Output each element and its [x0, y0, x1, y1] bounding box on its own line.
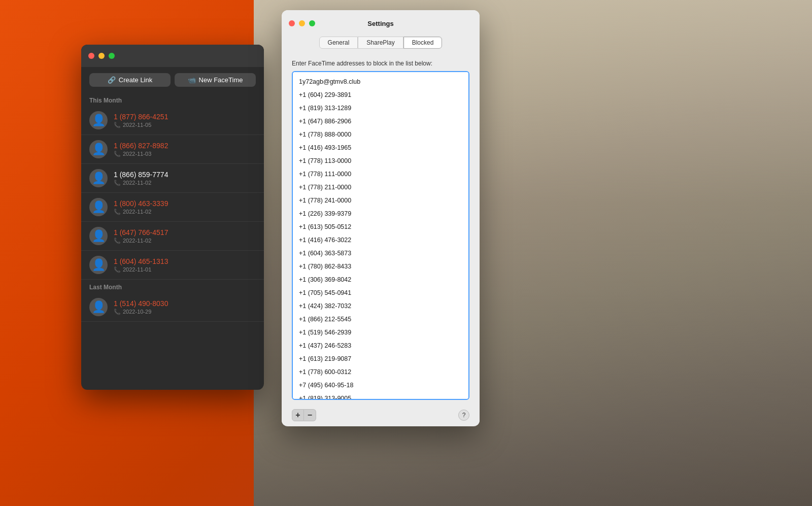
facetime-close-button[interactable]	[88, 53, 94, 59]
call-item[interactable]: 👤1 (877) 866-4251📞 2022-11-05	[81, 106, 264, 135]
phone-icon: 📞	[114, 266, 121, 273]
blocked-list-container[interactable]: 1y72agb@gtmv8.club+1 (604) 229-3891+1 (8…	[292, 71, 469, 400]
blocked-item[interactable]: +1 (778) 211-0000	[293, 181, 468, 194]
call-date: 📞 2022-11-05	[114, 122, 256, 128]
settings-traffic-lights	[289, 20, 315, 26]
settings-window: Settings GeneralSharePlayBlocked Enter F…	[282, 10, 480, 426]
blocked-item[interactable]: +1 (778) 888-0000	[293, 128, 468, 141]
section-label: Last Month	[81, 280, 264, 293]
call-info: 1 (800) 463-3339📞 2022-11-02	[114, 199, 256, 215]
person-icon: 👤	[92, 200, 106, 214]
footer-buttons: + −	[292, 409, 316, 421]
call-item[interactable]: 👤1 (866) 827-8982📞 2022-11-03	[81, 135, 264, 164]
call-info: 1 (647) 766-4517📞 2022-11-02	[114, 228, 256, 244]
settings-tabs: GeneralSharePlayBlocked	[282, 37, 480, 55]
call-date: 📞 2022-11-01	[114, 266, 256, 273]
remove-blocked-button[interactable]: −	[304, 409, 316, 421]
tab-blocked[interactable]: Blocked	[403, 37, 443, 49]
avatar: 👤	[89, 256, 108, 274]
blocked-item[interactable]: +1 (705) 545-0941	[293, 286, 468, 299]
avatar: 👤	[89, 140, 108, 158]
settings-title: Settings	[367, 20, 393, 27]
settings-body: Enter FaceTime addresses to block in the…	[282, 55, 480, 405]
new-facetime-label: New FaceTime	[199, 76, 243, 84]
blocked-item[interactable]: +1 (866) 212-5545	[293, 313, 468, 326]
blocked-item[interactable]: +1 (778) 600-0312	[293, 365, 468, 379]
call-date: 📞 2022-11-02	[114, 180, 256, 186]
call-date: 📞 2022-11-02	[114, 209, 256, 215]
call-number: 1 (514) 490-8030	[114, 299, 256, 308]
blocked-item[interactable]: +7 (495) 640-95-18	[293, 379, 468, 392]
blocked-item[interactable]: +1 (416) 493-1965	[293, 141, 468, 154]
call-number: 1 (866) 859-7774	[114, 171, 256, 179]
blocked-item[interactable]: +1 (437) 246-5283	[293, 339, 468, 352]
call-number: 1 (604) 465-1313	[114, 257, 256, 265]
blocked-item[interactable]: +1 (613) 505-0512	[293, 220, 468, 233]
call-item[interactable]: 👤1 (514) 490-8030📞 2022-10-29	[81, 293, 264, 322]
call-list: This Month👤1 (877) 866-4251📞 2022-11-05👤…	[81, 93, 264, 322]
tab-shareplay[interactable]: SharePlay	[358, 37, 403, 49]
call-item[interactable]: 👤1 (866) 859-7774📞 2022-11-02	[81, 164, 264, 193]
settings-instructions: Enter FaceTime addresses to block in the…	[292, 60, 469, 67]
blocked-list: 1y72agb@gtmv8.club+1 (604) 229-3891+1 (8…	[293, 72, 468, 400]
blocked-item[interactable]: +1 (778) 113-0000	[293, 154, 468, 167]
video-icon: 📹	[188, 76, 196, 84]
call-item[interactable]: 👤1 (604) 465-1313📞 2022-11-01	[81, 251, 264, 280]
blocked-item[interactable]: +1 (306) 369-8042	[293, 273, 468, 286]
blocked-item[interactable]: +1 (519) 546-2939	[293, 326, 468, 339]
settings-maximize-button[interactable]	[309, 20, 315, 26]
add-blocked-button[interactable]: +	[292, 409, 304, 421]
call-date: 📞 2022-11-03	[114, 151, 256, 157]
call-date: 📞 2022-11-02	[114, 238, 256, 244]
call-info: 1 (604) 465-1313📞 2022-11-01	[114, 257, 256, 273]
blocked-item[interactable]: +1 (604) 363-5873	[293, 247, 468, 260]
person-icon: 👤	[92, 258, 106, 272]
settings-close-button[interactable]	[289, 20, 295, 26]
person-icon: 👤	[92, 229, 106, 243]
call-info: 1 (877) 866-4251📞 2022-11-05	[114, 113, 256, 128]
blocked-item[interactable]: 1y72agb@gtmv8.club	[293, 75, 468, 88]
phone-icon: 📞	[114, 209, 121, 215]
person-icon: 👤	[92, 114, 106, 127]
avatar: 👤	[89, 298, 108, 316]
blocked-item[interactable]: +1 (424) 382-7032	[293, 299, 468, 313]
facetime-maximize-button[interactable]	[109, 53, 115, 59]
call-info: 1 (866) 859-7774📞 2022-11-02	[114, 171, 256, 186]
blocked-item[interactable]: +1 (819) 313-1289	[293, 102, 468, 115]
call-date: 📞 2022-10-29	[114, 309, 256, 315]
blocked-item[interactable]: +1 (226) 339-9379	[293, 207, 468, 220]
call-number: 1 (647) 766-4517	[114, 228, 256, 237]
blocked-item[interactable]: +1 (778) 111-0000	[293, 167, 468, 181]
settings-titlebar: Settings	[282, 10, 480, 37]
call-item[interactable]: 👤1 (647) 766-4517📞 2022-11-02	[81, 222, 264, 251]
blocked-item[interactable]: +1 (778) 241-0000	[293, 194, 468, 207]
person-icon: 👤	[92, 143, 106, 156]
facetime-minimize-button[interactable]	[98, 53, 105, 59]
tab-general[interactable]: General	[319, 37, 358, 49]
help-button[interactable]: ?	[458, 410, 469, 421]
settings-minimize-button[interactable]	[299, 20, 305, 26]
facetime-window: 🔗 Create Link 📹 New FaceTime This Month👤…	[81, 45, 264, 390]
call-item[interactable]: 👤1 (800) 463-3339📞 2022-11-02	[81, 193, 264, 222]
create-link-label: Create Link	[119, 76, 152, 84]
phone-icon: 📞	[114, 122, 121, 128]
person-icon: 👤	[92, 172, 106, 185]
blocked-item[interactable]: +1 (613) 219-9087	[293, 352, 468, 365]
blocked-item[interactable]: +1 (416) 476-3022	[293, 233, 468, 247]
blocked-item[interactable]: +1 (780) 862-8433	[293, 260, 468, 273]
avatar: 👤	[89, 111, 108, 129]
blocked-item[interactable]: +1 (647) 886-2906	[293, 115, 468, 128]
settings-footer: + − ?	[282, 405, 480, 425]
facetime-titlebar	[81, 45, 264, 67]
call-info: 1 (866) 827-8982📞 2022-11-03	[114, 142, 256, 157]
person-icon: 👤	[92, 300, 106, 314]
blocked-item[interactable]: +1 (604) 229-3891	[293, 88, 468, 102]
blocked-item[interactable]: +1 (819) 313-9005	[293, 392, 468, 400]
create-link-button[interactable]: 🔗 Create Link	[89, 73, 171, 87]
avatar: 👤	[89, 169, 108, 187]
phone-icon: 📞	[114, 180, 121, 186]
phone-icon: 📞	[114, 309, 121, 315]
new-facetime-button[interactable]: 📹 New FaceTime	[175, 73, 256, 87]
call-number: 1 (800) 463-3339	[114, 199, 256, 208]
phone-icon: 📞	[114, 151, 121, 157]
